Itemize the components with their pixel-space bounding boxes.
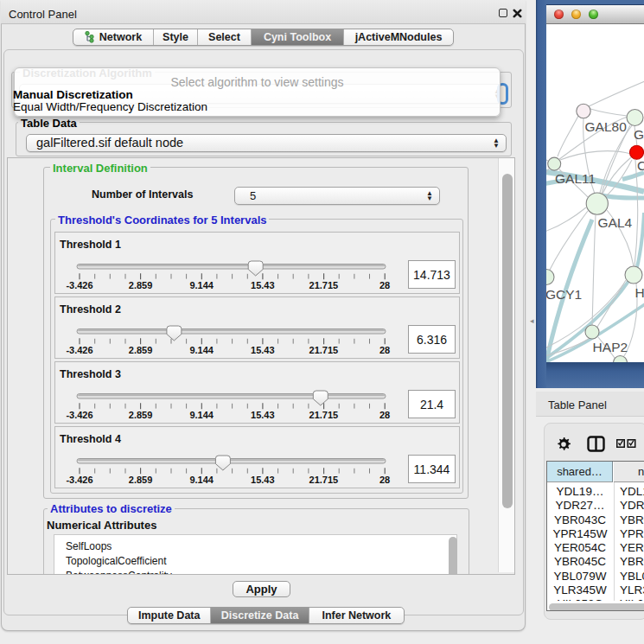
svg-text:2.859: 2.859 [129, 280, 153, 290]
svg-text:CDC3: CDC3 [637, 158, 644, 173]
svg-text:GAL4: GAL4 [598, 215, 633, 230]
svg-text:2.859: 2.859 [129, 475, 153, 485]
svg-text:-3.426: -3.426 [66, 410, 92, 420]
svg-text:9.144: 9.144 [189, 280, 214, 290]
svg-text:21.715: 21.715 [309, 345, 339, 355]
svg-text:15.43: 15.43 [251, 345, 275, 355]
svg-text:HAP2: HAP2 [593, 340, 628, 354]
svg-text:-3.426: -3.426 [66, 345, 92, 355]
svg-text:GAL11: GAL11 [555, 171, 596, 186]
svg-text:GAL80: GAL80 [585, 119, 628, 134]
svg-text:9.144: 9.144 [189, 345, 214, 355]
svg-text:9.144: 9.144 [189, 475, 214, 485]
svg-text:21.715: 21.715 [309, 475, 339, 485]
svg-text:28: 28 [379, 410, 390, 420]
svg-text:GCY1: GCY1 [546, 287, 582, 302]
svg-text:GAL3: GAL3 [634, 127, 644, 142]
svg-text:15.43: 15.43 [251, 475, 275, 485]
svg-text:28: 28 [379, 345, 390, 355]
svg-text:21.715: 21.715 [309, 410, 339, 420]
svg-text:15.43: 15.43 [251, 280, 275, 290]
svg-text:21.715: 21.715 [309, 280, 339, 290]
svg-text:28: 28 [379, 280, 390, 290]
svg-text:9.144: 9.144 [189, 410, 214, 420]
svg-text:-3.426: -3.426 [66, 280, 92, 290]
svg-text:28: 28 [379, 475, 390, 485]
svg-text:HAP4: HAP4 [635, 285, 644, 300]
svg-text:-3.426: -3.426 [66, 475, 92, 485]
svg-text:15.43: 15.43 [251, 410, 275, 420]
svg-text:2.859: 2.859 [129, 410, 153, 420]
svg-text:2.859: 2.859 [129, 345, 153, 355]
